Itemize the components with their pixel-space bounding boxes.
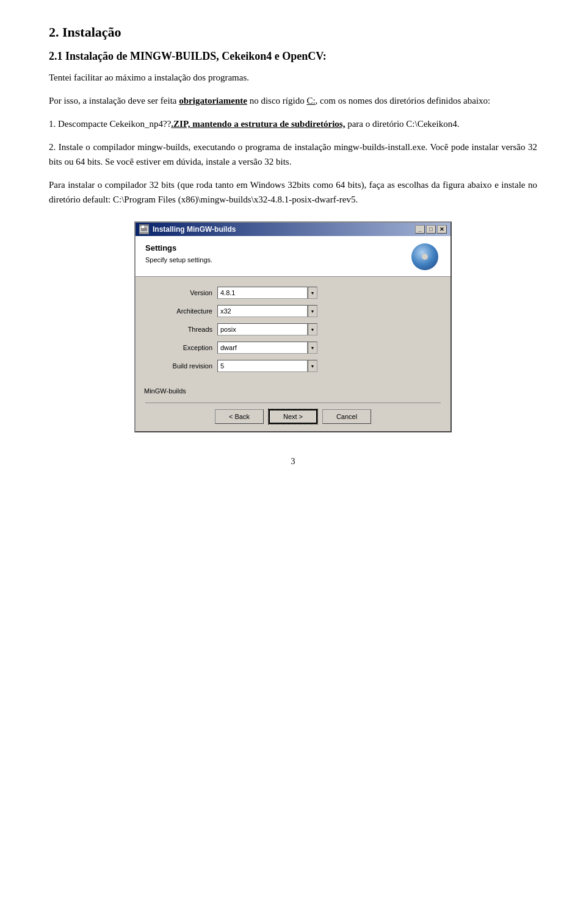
form-row-build-revision: Build revision 5 ▼ bbox=[150, 360, 436, 372]
minimize-button[interactable]: _ bbox=[415, 225, 425, 234]
select-architecture[interactable]: x32 ▼ bbox=[217, 305, 317, 317]
paragraph-5: Para instalar o compilador 32 bits (que … bbox=[49, 177, 537, 207]
label-architecture: Architecture bbox=[150, 307, 217, 315]
form-row-threads: Threads posix ▼ bbox=[150, 323, 436, 335]
form-row-architecture: Architecture x32 ▼ bbox=[150, 305, 436, 317]
paragraph-1: Tentei facilitar ao máximo a instalação … bbox=[49, 70, 537, 85]
page-number: 3 bbox=[49, 457, 537, 467]
dialog-section-subtitle: Specify setup settings. bbox=[145, 255, 212, 266]
select-version[interactable]: 4.8.1 ▼ bbox=[217, 287, 317, 299]
dialog-titlebar: Installing MinGW-builds _ □ ✕ bbox=[136, 223, 450, 236]
paragraph-2: Por isso, a instalação deve ser feita ob… bbox=[49, 93, 537, 108]
select-threads-value: posix bbox=[217, 323, 308, 335]
para3-after: para o diretório C:\Cekeikon4. bbox=[345, 119, 459, 129]
svg-rect-1 bbox=[142, 226, 144, 228]
cancel-button[interactable]: Cancel bbox=[322, 409, 371, 424]
installer-dialog: Installing MinGW-builds _ □ ✕ Settings S… bbox=[134, 221, 452, 432]
para2-end: , com os nomes dos diretórios definidos … bbox=[316, 96, 491, 106]
dialog-footer-inner: < Back Next > Cancel bbox=[145, 403, 441, 424]
titlebar-buttons[interactable]: _ □ ✕ bbox=[415, 225, 447, 234]
select-threads-arrow[interactable]: ▼ bbox=[308, 323, 317, 335]
paragraph-4: 2. Instale o compilador mingw-builds, ex… bbox=[49, 140, 537, 169]
para3-bold-underline: .ZIP, mantendo a estrutura de subdiretór… bbox=[171, 119, 345, 129]
mingw-label-bar: MinGW-builds bbox=[143, 387, 443, 395]
para2-before: Por isso, a instalação deve ser feita bbox=[49, 96, 179, 106]
subsection-heading: 2.1 Instalação de MINGW-BUILDS, Cekeikon… bbox=[49, 50, 537, 63]
para2-underline: C: bbox=[306, 96, 315, 106]
paragraph-3: 1. Descompacte Cekeikon_np4??.ZIP, mante… bbox=[49, 116, 537, 131]
dialog-form: Version 4.8.1 ▼ Architecture x32 ▼ Threa… bbox=[136, 277, 450, 383]
select-build-revision-arrow[interactable]: ▼ bbox=[308, 360, 317, 372]
para2-after: no disco rígido bbox=[247, 96, 307, 106]
select-exception[interactable]: dwarf ▼ bbox=[217, 342, 317, 354]
select-version-value: 4.8.1 bbox=[217, 287, 308, 299]
dialog-header-text: Settings Specify setup settings. bbox=[145, 243, 212, 266]
titlebar-icon bbox=[139, 224, 149, 234]
select-architecture-value: x32 bbox=[217, 305, 308, 317]
titlebar-left: Installing MinGW-builds bbox=[139, 224, 236, 234]
dialog-header-section: Settings Specify setup settings. bbox=[136, 236, 450, 277]
select-architecture-arrow[interactable]: ▼ bbox=[308, 305, 317, 317]
mingw-label: MinGW-builds bbox=[144, 387, 186, 395]
select-exception-arrow[interactable]: ▼ bbox=[308, 342, 317, 354]
label-exception: Exception bbox=[150, 344, 217, 351]
section-heading: 2. Instalação bbox=[49, 24, 537, 40]
select-exception-value: dwarf bbox=[217, 342, 308, 354]
label-version: Version bbox=[150, 289, 217, 296]
close-button[interactable]: ✕ bbox=[437, 225, 447, 234]
form-row-version: Version 4.8.1 ▼ bbox=[150, 287, 436, 299]
select-threads[interactable]: posix ▼ bbox=[217, 323, 317, 335]
next-button[interactable]: Next > bbox=[269, 409, 317, 424]
label-build-revision: Build revision bbox=[150, 362, 217, 370]
dialog-title: Installing MinGW-builds bbox=[153, 225, 236, 234]
form-row-exception: Exception dwarf ▼ bbox=[150, 342, 436, 354]
select-build-revision-value: 5 bbox=[217, 360, 308, 372]
cd-icon bbox=[411, 243, 438, 270]
para3-before: 1. Descompacte Cekeikon_np4?? bbox=[49, 119, 171, 129]
dialog-wrapper: Installing MinGW-builds _ □ ✕ Settings S… bbox=[49, 221, 537, 432]
label-threads: Threads bbox=[150, 326, 217, 333]
dialog-footer: < Back Next > Cancel bbox=[136, 399, 450, 431]
select-build-revision[interactable]: 5 ▼ bbox=[217, 360, 317, 372]
select-version-arrow[interactable]: ▼ bbox=[308, 287, 317, 299]
para2-bold-underline: obrigatoriamente bbox=[179, 96, 247, 106]
dialog-section-title: Settings bbox=[145, 243, 212, 252]
restore-button[interactable]: □ bbox=[426, 225, 436, 234]
back-button[interactable]: < Back bbox=[215, 409, 264, 424]
